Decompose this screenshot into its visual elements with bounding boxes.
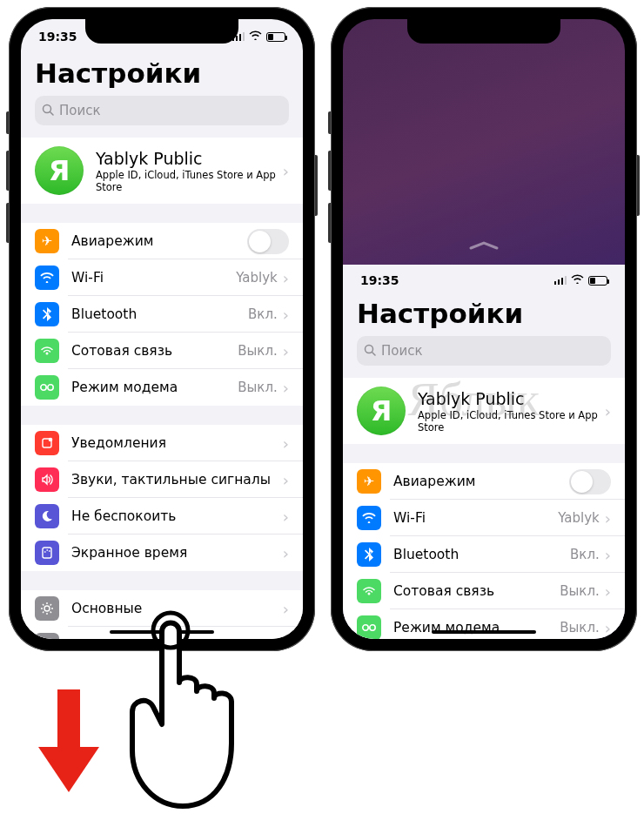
search-placeholder: Поиск [59, 103, 101, 118]
chevron-right-icon: › [283, 544, 289, 562]
bluetooth-detail: Вкл. [570, 547, 600, 562]
cellular-detail: Выкл. [560, 583, 600, 599]
reachability-chevron-icon[interactable] [469, 235, 499, 256]
svg-line-1 [50, 111, 54, 115]
hotspot-detail: Выкл. [560, 620, 600, 635]
wifi-cell[interactable]: Wi-Fi Yablyk › [343, 500, 625, 536]
chevron-right-icon: › [283, 379, 289, 397]
apple-id-cell[interactable]: Я Yablyk Public Apple ID, iCloud, iTunes… [21, 138, 303, 204]
home-indicator[interactable] [432, 630, 536, 634]
search-input[interactable]: Поиск [35, 96, 289, 125]
svg-rect-7 [43, 548, 51, 558]
wifi-detail: Yablyk [236, 270, 278, 286]
apple-id-subtitle: Apple ID, iCloud, iTunes Store и App Sto… [418, 409, 605, 434]
svg-point-14 [363, 625, 368, 630]
wifi-detail: Yablyk [558, 510, 600, 526]
screen-left: 19:35 Настройки Поиск Я [21, 19, 303, 639]
battery-icon [266, 32, 285, 42]
wifi-cell[interactable]: Wi-Fi Yablyk › [21, 259, 303, 296]
airplane-toggle[interactable] [247, 229, 289, 254]
screentime-cell[interactable]: Экранное время › [21, 535, 303, 571]
bluetooth-cell[interactable]: Bluetooth Вкл. › [21, 296, 303, 333]
svg-point-15 [370, 625, 375, 630]
chevron-right-icon: › [283, 471, 289, 489]
apple-id-cell[interactable]: Я Yablyk Public Apple ID, iCloud, iTunes… [343, 378, 625, 444]
chevron-right-icon: › [283, 600, 289, 618]
sounds-cell[interactable]: Звуки, тактильные сигналы › [21, 461, 303, 498]
general-icon [35, 596, 59, 621]
chevron-right-icon: › [605, 619, 611, 637]
dnd-icon [35, 504, 59, 528]
cellular-signal-icon [554, 276, 567, 285]
sounds-icon [35, 467, 59, 492]
notch [407, 19, 560, 44]
screentime-icon [35, 541, 59, 565]
avatar: Я [357, 387, 406, 435]
screen-right: 19:35 Настройки [343, 19, 625, 639]
svg-point-3 [41, 385, 46, 390]
status-time: 19:35 [38, 30, 77, 44]
apple-id-name: Yablyk Public [96, 149, 283, 168]
notifications-cell[interactable]: Уведомления › [21, 425, 303, 461]
chevron-right-icon: › [283, 342, 289, 360]
cellular-cell[interactable]: Сотовая связь Выкл. › [21, 333, 303, 369]
chevron-right-icon: › [283, 269, 289, 287]
cellular-icon [357, 579, 381, 603]
phone-left: 19:35 Настройки Поиск Я [9, 7, 315, 651]
hotspot-cell[interactable]: Режим модема Выкл. › [343, 609, 625, 639]
svg-point-6 [49, 438, 53, 442]
status-time: 19:35 [360, 273, 399, 287]
dnd-cell[interactable]: Не беспокоить › [21, 498, 303, 535]
airplane-icon: ✈ [357, 469, 381, 494]
hotspot-icon [357, 615, 381, 639]
status-bar: 19:35 [343, 265, 625, 294]
chevron-right-icon: › [605, 582, 611, 601]
wifi-settings-icon [35, 266, 59, 290]
bluetooth-icon [35, 302, 59, 326]
airplane-mode-cell[interactable]: ✈ Авиарежим [21, 223, 303, 259]
cellular-cell[interactable]: Сотовая связь Выкл. › [343, 573, 625, 609]
svg-point-8 [44, 606, 50, 611]
search-icon [42, 104, 54, 118]
wifi-icon [571, 274, 584, 286]
chevron-right-icon: › [605, 402, 611, 420]
chevron-right-icon: › [283, 162, 289, 180]
search-input[interactable]: Поиск [357, 336, 611, 366]
avatar: Я [35, 146, 84, 195]
notch [85, 19, 238, 44]
svg-point-13 [368, 593, 371, 595]
airplane-mode-cell[interactable]: ✈ Авиарежим [343, 463, 625, 500]
cellular-icon [35, 339, 59, 363]
chevron-right-icon: › [605, 546, 611, 564]
airplane-toggle[interactable] [569, 469, 611, 494]
wifi-settings-icon [357, 506, 381, 530]
hotspot-detail: Выкл. [238, 380, 278, 395]
wifi-icon [249, 30, 262, 43]
bluetooth-cell[interactable]: Bluetooth Вкл. › [343, 536, 625, 573]
control-center-icon [35, 633, 59, 639]
general-cell[interactable]: Основные › [21, 590, 303, 627]
chevron-right-icon: › [283, 306, 289, 324]
svg-point-2 [46, 353, 49, 355]
hotspot-cell[interactable]: Режим модема Выкл. › [21, 369, 303, 406]
apple-id-name: Yablyk Public [418, 389, 605, 408]
home-indicator[interactable] [110, 630, 214, 634]
battery-icon [588, 276, 607, 286]
svg-line-12 [372, 352, 376, 355]
cellular-detail: Выкл. [238, 343, 278, 359]
chevron-right-icon: › [283, 508, 289, 526]
page-title: Настройки [343, 294, 625, 336]
chevron-right-icon: › [283, 636, 289, 640]
bluetooth-detail: Вкл. [248, 306, 278, 322]
apple-id-subtitle: Apple ID, iCloud, iTunes Store и App Sto… [96, 169, 283, 193]
search-placeholder: Поиск [381, 343, 423, 359]
svg-point-4 [48, 385, 53, 390]
search-icon [364, 344, 376, 359]
phone-right: 19:35 Настройки [331, 7, 637, 651]
airplane-icon: ✈ [35, 229, 59, 253]
hotspot-icon [35, 375, 59, 400]
chevron-right-icon: › [605, 509, 611, 528]
notifications-icon [35, 431, 59, 455]
bluetooth-icon [357, 542, 381, 567]
gesture-arrow-down-icon [38, 689, 99, 794]
